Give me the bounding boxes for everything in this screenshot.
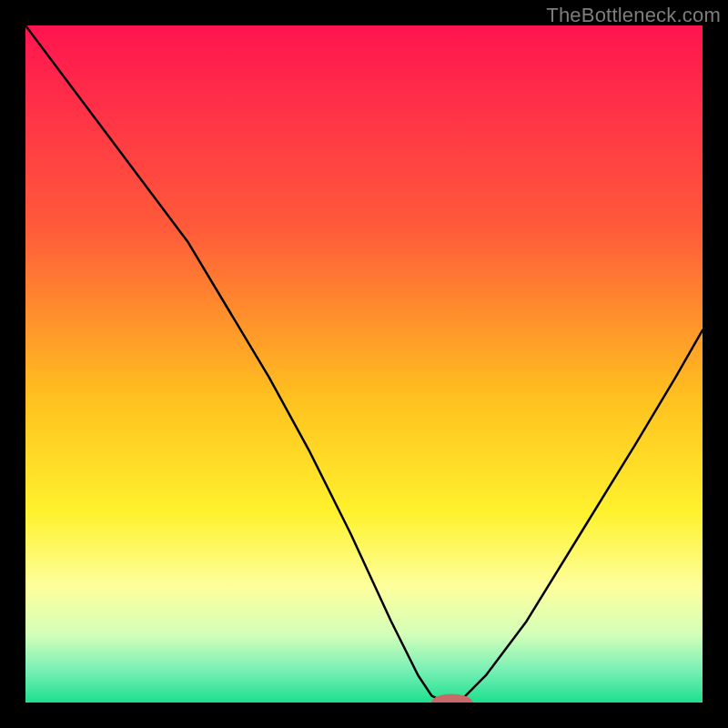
chart-svg bbox=[25, 25, 703, 703]
watermark-text: TheBottleneck.com bbox=[546, 4, 721, 27]
chart-frame: TheBottleneck.com bbox=[0, 0, 728, 728]
plot-area bbox=[25, 25, 703, 703]
gradient-background bbox=[25, 25, 703, 703]
